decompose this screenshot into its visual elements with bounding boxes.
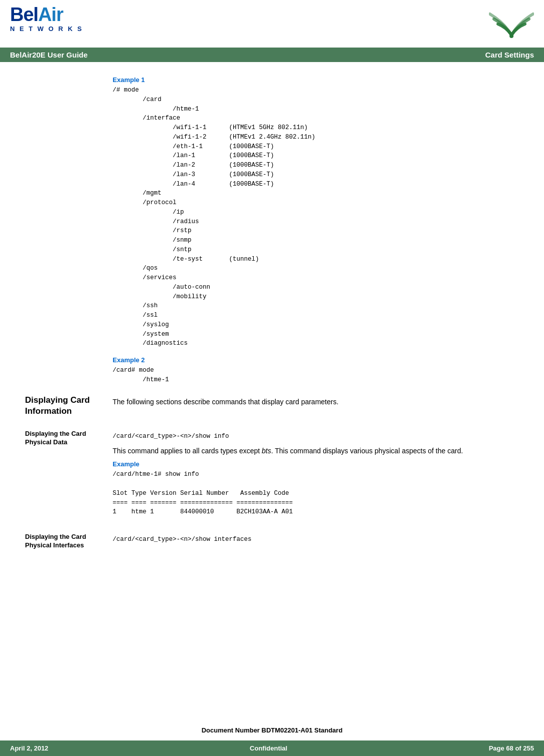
physical-data-section: Displaying the Card Physical Data /card/… <box>15 430 529 523</box>
displaying-card-info-content: The following sections describe commands… <box>113 395 529 420</box>
physical-data-heading: Displaying the Card Physical Data <box>25 430 108 447</box>
footer-confidential: Confidential <box>49 744 489 752</box>
physical-data-command: /card/<card_type>-<n>/show info <box>113 432 514 441</box>
physical-interfaces-section: Displaying the Card Physical Interfaces … <box>15 533 529 552</box>
svg-point-0 <box>509 34 513 38</box>
physical-data-body: This command applies to all cards types … <box>113 446 514 456</box>
page-header: BelAir N E T W O R K S <box>0 0 544 45</box>
example1-label: Example 1 <box>113 76 514 84</box>
displaying-card-info-heading: Displaying Card Information <box>25 395 108 417</box>
example1-right: Example 1 /# mode /card /htme-1 /interfa… <box>113 72 529 391</box>
example2-code: /card# mode /htme-1 <box>113 366 514 385</box>
logo-area: BelAir N E T W O R K S <box>10 5 83 33</box>
physical-data-example-label: Example <box>113 460 514 468</box>
example1-code: /# mode /card /htme-1 /interface /wifi-1… <box>113 86 514 348</box>
main-content: Example 1 /# mode /card /htme-1 /interfa… <box>0 62 544 572</box>
physical-data-example-code: /card/htme-1# show info Slot Type Versio… <box>113 470 514 517</box>
logo-text: BelAir <box>10 5 83 24</box>
example1-left <box>15 72 113 391</box>
footer-doc-number: Document Number BDTM02201-A01 Standard <box>0 724 544 736</box>
example1-section: Example 1 /# mode /card /htme-1 /interfa… <box>15 72 529 391</box>
footer-bar: April 2, 2012 Confidential Page 68 of 25… <box>0 740 544 756</box>
physical-data-body-before: This command applies to all cards types … <box>113 447 262 455</box>
physical-interfaces-heading: Displaying the Card Physical Interfaces <box>25 533 108 550</box>
footer-date: April 2, 2012 <box>10 744 49 752</box>
physical-interfaces-command: /card/<card_type>-<n>/show interfaces <box>113 535 514 544</box>
displaying-card-info-label: Displaying Card Information <box>15 395 113 420</box>
physical-data-body-after: . This command displays various physical… <box>271 447 463 455</box>
title-left: BelAir20E User Guide <box>10 51 88 59</box>
physical-data-label: Displaying the Card Physical Data <box>15 430 113 523</box>
physical-data-content: /card/<card_type>-<n>/show info This com… <box>113 430 529 523</box>
footer-area: April 2, 2012 Confidential Page 68 of 25… <box>0 724 544 756</box>
logo-networks: N E T W O R K S <box>10 25 83 33</box>
logo-icon <box>489 5 534 43</box>
title-right: Card Settings <box>485 51 534 59</box>
footer-page: Page 68 of 255 <box>489 744 534 752</box>
example2-label: Example 2 <box>113 356 514 364</box>
physical-interfaces-label: Displaying the Card Physical Interfaces <box>15 533 113 552</box>
displaying-card-info-body: The following sections describe commands… <box>113 397 514 407</box>
title-bar: BelAir20E User Guide Card Settings <box>0 48 544 62</box>
physical-data-italic: bts <box>262 447 271 455</box>
displaying-card-info-section: Displaying Card Information The followin… <box>15 395 529 420</box>
physical-interfaces-content: /card/<card_type>-<n>/show interfaces <box>113 533 529 552</box>
